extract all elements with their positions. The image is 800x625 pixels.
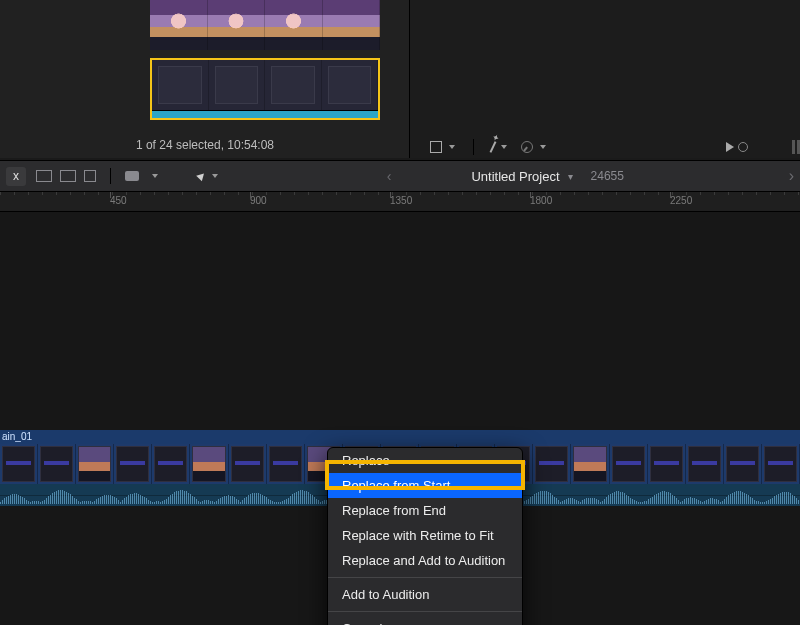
browser-status: 1 of 24 selected, 10:54:08 xyxy=(0,138,410,152)
ruler-tick: 1350 xyxy=(390,192,412,211)
timeline-ruler[interactable]: 4509001350180022502700 xyxy=(0,192,800,212)
audio-strip xyxy=(152,110,378,118)
ruler-tick: 2250 xyxy=(670,192,692,211)
ruler-tick: 1800 xyxy=(530,192,552,211)
menu-item-replace[interactable]: Replace xyxy=(328,448,522,473)
play-icon[interactable] xyxy=(726,142,734,152)
menu-item-cancel[interactable]: Cancel xyxy=(328,616,522,625)
project-title[interactable]: Untitled Project xyxy=(471,169,559,184)
filmstrip-item-selected[interactable] xyxy=(150,58,380,120)
select-tool[interactable] xyxy=(198,172,218,180)
menu-item-add-audition[interactable]: Add to Audition xyxy=(328,582,522,607)
timeline-history-back[interactable]: ‹ xyxy=(383,168,396,184)
filmstrip-item[interactable] xyxy=(150,0,380,50)
clip-appearance-icon[interactable] xyxy=(125,171,139,181)
loop-icon[interactable] xyxy=(738,142,748,152)
playback-controls xyxy=(726,142,748,152)
menu-separator xyxy=(328,577,522,578)
browser-thumbnails[interactable] xyxy=(0,0,409,120)
timeline-history-forward[interactable]: › xyxy=(789,167,794,185)
browser-left-panel: 1 of 24 selected, 10:54:08 xyxy=(0,0,410,158)
timecode-frames[interactable]: 24655 xyxy=(591,169,624,183)
menu-item-replace-from-start[interactable]: Replace from Start xyxy=(328,473,522,498)
context-menu: Replace Replace from Start Replace from … xyxy=(327,447,523,625)
ruler-tick: 900 xyxy=(250,192,267,211)
menu-item-replace-audition[interactable]: Replace and Add to Audition xyxy=(328,548,522,573)
timeline-header: x ‹ Untitled Project ▾ 24655 › xyxy=(0,160,800,192)
menu-item-replace-retime[interactable]: Replace with Retime to Fit xyxy=(328,523,522,548)
menu-item-replace-from-end[interactable]: Replace from End xyxy=(328,498,522,523)
media-browser: 1 of 24 selected, 10:54:08 xyxy=(0,0,800,158)
viewer-toolbar xyxy=(420,136,800,158)
transform-tool[interactable] xyxy=(430,141,455,153)
chevron-down-icon[interactable]: ▾ xyxy=(568,171,573,182)
retime-tool[interactable] xyxy=(521,141,546,153)
viewer-panel xyxy=(410,0,800,158)
index-chip[interactable]: x xyxy=(6,167,26,186)
pause-icon[interactable] xyxy=(792,140,800,154)
ruler-tick: 450 xyxy=(110,192,127,211)
clip-appearance-group[interactable] xyxy=(36,170,96,182)
clip-name-label[interactable]: ain_01 xyxy=(0,430,800,444)
enhance-tool[interactable] xyxy=(492,141,507,153)
menu-separator xyxy=(328,611,522,612)
